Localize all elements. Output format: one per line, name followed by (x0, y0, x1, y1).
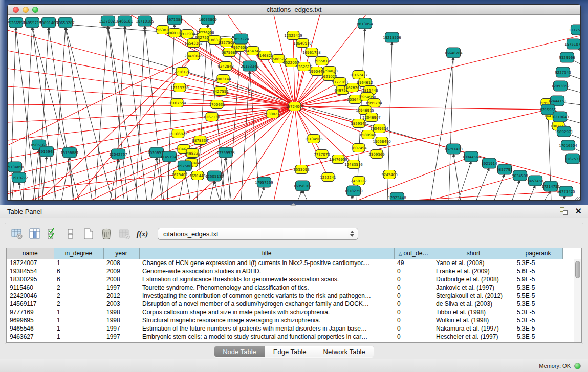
citation-edge[interactable] (66, 27, 92, 201)
table-row[interactable]: 969969511998Structural magnetic resonanc… (7, 316, 562, 324)
graph-node[interactable]: 11058490 (373, 137, 391, 146)
citation-edge[interactable] (8, 56, 193, 145)
graph-node[interactable]: 16782759 (344, 186, 363, 196)
table-cell[interactable]: 0 (394, 275, 433, 283)
table-cell[interactable]: 5.3E-5 (514, 300, 562, 308)
graph-node[interactable]: 14055717 (23, 17, 41, 28)
graph-node[interactable]: 8878334 (192, 136, 208, 145)
table-cell[interactable]: Stergiakouli et al. (2012) (433, 292, 514, 300)
table-cell[interactable]: 2 (54, 300, 103, 308)
network-window-titlebar[interactable]: citations_edges.txt (8, 5, 580, 15)
table-cell[interactable]: Yano et al. (2008) (433, 259, 514, 267)
graph-node[interactable]: 15134905 (304, 135, 323, 143)
table-scrollbar[interactable] (574, 259, 581, 343)
table-cell[interactable]: Hescheler et al. (1997) (433, 333, 514, 341)
table-cell[interactable]: 9465546 (7, 324, 54, 333)
table-cell[interactable]: 1 (54, 324, 103, 333)
graph-node[interactable]: 2309369 (368, 150, 384, 159)
citation-edge[interactable] (295, 15, 366, 106)
table-cell[interactable]: 2008 (103, 275, 139, 283)
graph-node[interactable]: 12923448 (388, 192, 406, 201)
table-cell[interactable]: 5.3E-5 (514, 283, 562, 292)
citation-edge[interactable] (302, 190, 308, 201)
table-cell[interactable]: 1 (54, 259, 103, 267)
graph-node[interactable]: 9453450 (527, 176, 543, 186)
graph-node[interactable]: 2803144 (215, 75, 231, 83)
citation-edge[interactable] (295, 106, 581, 184)
citation-edge[interactable] (274, 106, 295, 201)
citation-edge[interactable] (8, 51, 295, 106)
graph-node[interactable]: 9498222 (184, 149, 200, 158)
graph-node[interactable]: 1252241 (320, 173, 336, 182)
table-cell[interactable]: Estimation of the future numbers of pati… (139, 324, 394, 333)
citation-edge[interactable] (110, 159, 118, 201)
tab-edge-table[interactable]: Edge Table (265, 346, 315, 357)
table-cell[interactable]: 5.9E-5 (514, 275, 562, 283)
table-cell[interactable]: 1998 (103, 308, 139, 316)
graph-node[interactable]: 16033809 (199, 15, 217, 25)
graph-node[interactable]: 16210643 (551, 112, 569, 122)
table-cell[interactable]: Corpus callosum shape and size in male p… (139, 308, 394, 316)
graph-node[interactable]: 8921914 (481, 158, 497, 168)
citation-edge[interactable] (214, 181, 220, 201)
graph-node[interactable]: 15276021 (99, 16, 117, 26)
table-cell[interactable]: Nakamura et al. (1997) (433, 324, 514, 333)
graph-node[interactable]: 10719185 (136, 16, 154, 26)
graph-node[interactable]: 8813054 (357, 18, 373, 29)
graph-node[interactable]: 20153346 (241, 61, 259, 71)
table-cell[interactable]: 1998 (103, 316, 139, 324)
column-header-short[interactable]: short (433, 248, 514, 259)
table-cell[interactable]: Tibbo et al. (1998) (433, 308, 514, 316)
citation-edge[interactable] (33, 149, 39, 201)
graph-node[interactable]: 17016504 (559, 140, 577, 150)
close-window-icon[interactable] (13, 7, 19, 13)
graph-node[interactable]: 15166827 (169, 129, 187, 138)
table-cell[interactable]: 0 (394, 283, 433, 292)
table-cell[interactable]: 0 (394, 300, 433, 308)
table-cell[interactable]: Changes of HCN gene expression and I(f) … (139, 259, 394, 267)
table-cell[interactable]: 6 (54, 267, 103, 275)
citation-edge[interactable] (167, 161, 169, 201)
table-cell[interactable]: 49 (394, 259, 433, 267)
graph-node[interactable]: 7857224 (233, 34, 249, 44)
close-panel-icon[interactable]: ✕ (575, 207, 582, 215)
float-panel-icon[interactable] (560, 207, 568, 215)
node-table-grid[interactable]: namein_degreeyeartitle△out_de…shortpager… (7, 248, 563, 341)
tab-node-table[interactable]: Node Table (214, 346, 265, 357)
table-scrollbar-thumb[interactable] (575, 261, 580, 278)
citation-edge[interactable] (95, 26, 108, 201)
citation-edge[interactable] (108, 26, 128, 201)
citation-edge[interactable] (458, 161, 471, 201)
graph-node[interactable]: 10975887 (176, 161, 194, 171)
graph-node[interactable]: 8580949 (360, 130, 376, 139)
table-cell[interactable]: 1 (54, 333, 103, 341)
table-cell[interactable]: Investigating the contribution of common… (139, 292, 394, 300)
citation-edge[interactable] (8, 106, 295, 140)
show-columns-icon[interactable] (28, 227, 41, 240)
citation-edge[interactable] (38, 27, 49, 201)
table-row[interactable]: 1456911722003Disruption of a novel membe… (7, 300, 562, 308)
citation-edge[interactable] (19, 182, 22, 201)
table-cell[interactable]: 0 (394, 333, 433, 341)
table-cell[interactable]: 1997 (103, 333, 139, 341)
table-cell[interactable]: 2012 (103, 292, 139, 300)
graph-node[interactable]: 11175504 (569, 25, 581, 35)
table-cell[interactable]: 0 (394, 292, 433, 300)
table-row[interactable]: 1938455462009Genome-wide association stu… (7, 267, 562, 275)
table-cell[interactable]: 2008 (103, 259, 139, 267)
citation-edge[interactable] (529, 185, 535, 201)
graph-node[interactable]: 16648784 (444, 48, 463, 58)
citation-edge[interactable] (295, 35, 581, 106)
network-canvas[interactable]: 7963822886012889129341822605893275051654… (8, 15, 581, 201)
function-builder-icon[interactable]: f(x) (136, 227, 149, 240)
citation-edge[interactable] (512, 180, 520, 201)
graph-node[interactable]: 1807494 (351, 144, 367, 152)
graph-node[interactable]: 16961758 (302, 48, 321, 57)
table-cell[interactable]: 0 (394, 308, 433, 316)
citation-edge[interactable] (449, 57, 453, 201)
graph-node[interactable]: 9227343 (555, 67, 571, 77)
graph-node[interactable]: 10653287 (56, 17, 75, 28)
table-row[interactable]: 911546021997Tourette syndrome. Phenomeno… (7, 283, 562, 292)
table-cell[interactable]: 5.3E-5 (514, 259, 562, 267)
table-cell[interactable]: Wolkin et al. (1998) (433, 316, 514, 324)
